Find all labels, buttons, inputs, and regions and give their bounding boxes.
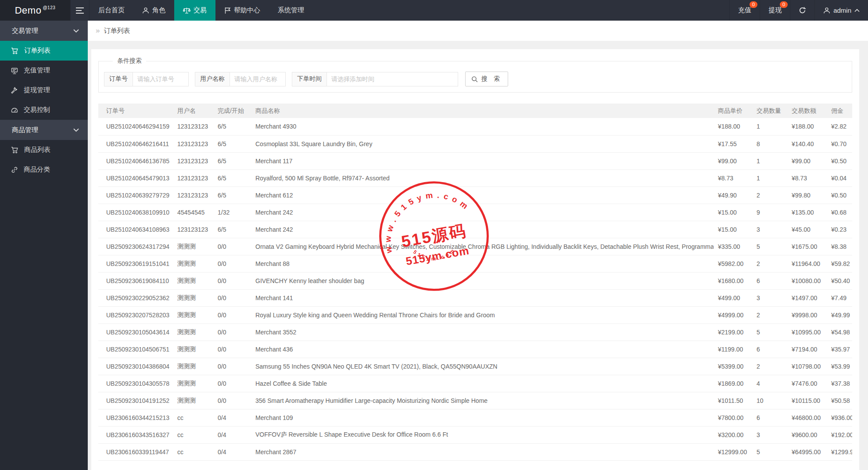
sidebar-item-label: 商品分类 [24,165,50,174]
table-cell: ¥0.70 [827,135,852,152]
table-cell: UB2509230619084110 [98,272,173,289]
topnav-item-4[interactable]: 帮助中心 [215,0,269,21]
sidebar-item-2-1[interactable]: 商品列表 [0,140,88,160]
table-cell: ¥188.00 [787,118,827,135]
withdraw-button[interactable]: 提现0 [760,0,790,21]
refresh-button[interactable] [790,0,814,21]
topnav-item-label: 帮助中心 [234,6,260,14]
table-cell: ¥499.00 [714,289,752,306]
table-cell: 6/5 [213,135,251,152]
sidebar-item-1-1[interactable]: 订单列表 [0,41,88,61]
topbar-right: 充值0提现0admin [729,0,868,21]
topnav-item-2[interactable]: 角色 [133,0,174,21]
table-row: UB2509230207528203测测测0/0Royal Luxury Sty… [98,306,852,323]
table-cell: UB2510240645479013 [98,169,173,187]
order-no-input[interactable] [133,72,189,86]
table-cell: ¥50.58 [827,392,852,409]
table-cell: 3 [752,426,787,443]
table-cell: 测测测 [173,375,213,392]
table-cell: 10 [752,392,787,409]
table-header-cell: 交易数额 [787,104,827,118]
order-time-input[interactable] [326,72,458,86]
table-cell: UB2306160344215213 [98,409,173,426]
table-cell: ¥1011.50 [714,392,752,409]
table-cell: ¥17.55 [714,135,752,152]
table-header-cell: 完成/开始 [213,104,251,118]
topnav-item-label: 后台首页 [98,6,125,14]
topnav-item-label: 角色 [152,6,165,14]
sidebar-item-1-2[interactable]: 充值管理 [0,61,88,80]
topnav-item-3[interactable]: 交易 [174,0,215,21]
table-row: UB2509230104191252测测测0/0356 Smart Aromat… [98,392,852,409]
refresh-icon [799,7,806,14]
table-cell: 3 [752,289,787,306]
table-cell: 0/0 [213,238,251,255]
page-title: 订单列表 [104,27,130,35]
search-button-label: 搜 索 [481,75,502,83]
table-cell: UB2509230104386804 [98,358,173,375]
chevron-up-icon [854,9,860,12]
table-cell: Merchant 436 [251,341,714,358]
table-cell: 5 [752,323,787,341]
sidebar-group-1[interactable]: 交易管理 [0,21,88,41]
table-cell: ¥8.38 [827,238,852,255]
table-cell: ¥12999.00 [714,443,752,460]
table-cell: UB2510240646216411 [98,135,173,152]
table-cell: ¥10080.00 [787,272,827,289]
table-header-cell: 交易数量 [752,104,787,118]
table-cell: 6/5 [213,118,251,135]
table-cell: 3 [752,221,787,238]
sidebar-item-2-2[interactable]: 商品分类 [0,160,88,179]
table-cell: ¥8.73 [787,169,827,187]
table-cell: Ornata V2 Gaming Keyboard Hybrid Mechani… [251,238,714,255]
sidebar-item-1-3[interactable]: 提现管理 [0,80,88,100]
table-cell: GIVENCHY Kenny leather shoulder bag [251,272,714,289]
table-cell: Royal Luxury Style king and Queen Weddin… [251,306,714,323]
table-cell: 测测测 [173,341,213,358]
table-cell: ¥9998.00 [787,306,827,323]
sidebar-item-label: 提现管理 [24,86,50,94]
table-cell: Merchant 4930 [251,118,714,135]
table-cell: cc [173,443,213,460]
cart-icon [11,47,18,54]
menu-toggle-button[interactable] [70,0,90,21]
sidebar-group-2[interactable]: 商品管理 [0,120,88,140]
table-cell: ¥59.82 [827,255,852,272]
notification-badge: 0 [750,1,757,8]
table-cell: 0/0 [213,306,251,323]
table-cell: ¥10115.00 [787,392,827,409]
username-input[interactable] [230,72,286,86]
topnav-item-5[interactable]: 系统管理 [269,0,313,21]
table-cell: 6 [752,272,787,289]
table-cell: 123123123 [173,169,213,187]
table-row: UB25102406392797291231231236/5Merchant 6… [98,187,852,204]
user-icon [142,7,149,14]
table-cell: Hazel Coffee & Side Table [251,375,714,392]
table-cell: ¥10798.00 [787,358,827,375]
pagination [98,466,852,470]
recharge-button[interactable]: 充值0 [729,0,760,21]
order-no-field: 订单号 [104,72,189,86]
action-label: 提现 [768,6,782,14]
table-cell: 6/5 [213,169,251,187]
field-label: 下单时间 [292,72,326,86]
table-cell: UB2509230619151041 [98,255,173,272]
table-cell: ¥64995.00 [787,443,827,460]
user-menu[interactable]: admin [814,0,868,21]
search-button[interactable]: 搜 索 [465,72,508,86]
sidebar-item-1-4[interactable]: 交易控制 [0,100,88,120]
table-cell: ¥135.00 [787,204,827,221]
table-cell: 测测测 [173,306,213,323]
search-row: 订单号用户名称下单时间搜 索 [104,72,846,86]
table-cell: ¥2199.00 [714,323,752,341]
field-label: 订单号 [104,72,133,86]
table-row: UB2509230105043614测测测0/0Merchant 3552¥21… [98,323,852,341]
topnav-item-1[interactable]: 后台首页 [90,0,133,21]
app-logo: Demo @123 [0,0,70,21]
table-cell: VOFFOV庐 Reversible L Shape Executive Des… [251,426,714,443]
table-cell: ¥7194.00 [787,341,827,358]
table-cell: Merchant 117 [251,152,714,169]
table-cell: ¥936.00 [827,409,852,426]
table-cell: UB2509230105043614 [98,323,173,341]
table-cell: ¥9600.00 [787,426,827,443]
